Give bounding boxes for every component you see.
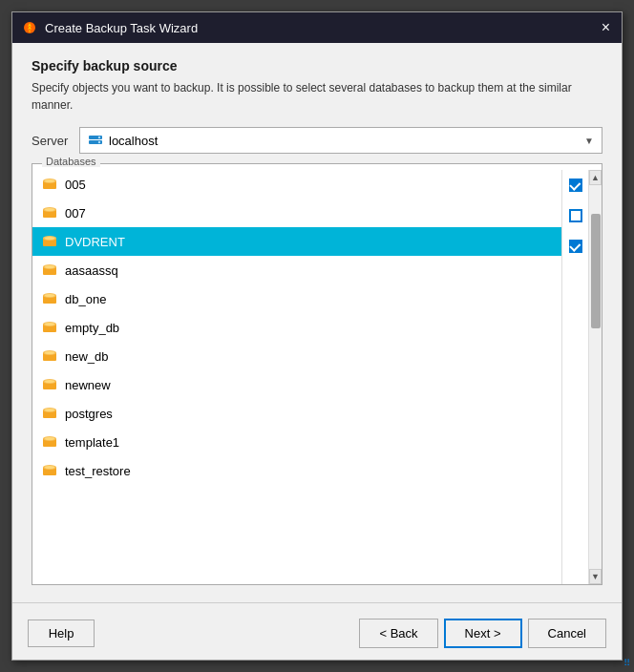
checkboxes-column [561, 170, 588, 584]
db-list: 005 007 [32, 170, 561, 584]
svg-point-17 [45, 237, 54, 240]
cancel-button[interactable]: Cancel [528, 619, 606, 648]
svg-point-6 [98, 136, 100, 138]
list-item[interactable]: test_restore [32, 456, 561, 485]
database-icon [42, 434, 57, 450]
footer-divider [12, 602, 622, 603]
db-item-name: new_db [65, 349, 109, 364]
dialog-title: Create Backup Task Wizard [45, 21, 198, 35]
server-select-inner: localhost [88, 133, 158, 148]
db-item-name: 007 [65, 206, 86, 220]
svg-point-38 [45, 437, 54, 440]
checkbox-005[interactable] [562, 170, 588, 200]
list-item[interactable]: DVDRENT [32, 227, 561, 256]
dropdown-arrow-icon: ▼ [584, 136, 594, 146]
database-icon [42, 262, 57, 278]
close-button[interactable]: × [600, 20, 612, 35]
db-list-container: 005 007 [32, 170, 602, 584]
svg-rect-11 [43, 180, 56, 182]
db-item-name: db_one [65, 292, 106, 306]
list-item[interactable]: 007 [32, 199, 561, 227]
next-button[interactable]: Next > [444, 619, 522, 648]
checkbox-box [569, 240, 582, 253]
scrollbar-thumb[interactable] [591, 214, 601, 328]
scrollbar-track: ▲ ▼ [588, 170, 602, 584]
svg-point-23 [45, 294, 54, 297]
server-label: Server [32, 134, 70, 148]
resize-dots-icon: ⠿ [623, 658, 630, 668]
scroll-up-button[interactable]: ▲ [589, 170, 602, 185]
svg-point-35 [45, 409, 54, 411]
svg-point-29 [45, 351, 54, 354]
help-button[interactable]: Help [28, 620, 95, 647]
db-item-name: DVDRENT [65, 235, 125, 249]
database-icon [42, 234, 57, 249]
svg-point-32 [45, 380, 54, 383]
db-item-name: newnew [65, 378, 111, 392]
list-item[interactable]: template1 [32, 428, 561, 456]
database-icon [42, 291, 57, 306]
server-row: Server localhost ▼ [32, 127, 602, 154]
list-item[interactable]: aasaassq [32, 256, 561, 284]
db-item-name: postgres [65, 407, 113, 421]
db-item-name: empty_db [65, 321, 119, 335]
back-button[interactable]: < Back [359, 619, 437, 648]
db-item-name: 005 [65, 178, 86, 192]
list-item[interactable]: newnew [32, 370, 561, 399]
svg-point-41 [45, 466, 54, 469]
checkbox-box [569, 209, 582, 222]
navigation-buttons: < Back Next > Cancel [359, 619, 606, 648]
checkbox-dvdrent[interactable] [562, 231, 588, 262]
database-icon [42, 406, 57, 421]
footer: Help < Back Next > Cancel [12, 611, 622, 660]
database-icon [42, 205, 57, 220]
scroll-down-button[interactable]: ▼ [589, 569, 602, 584]
server-select[interactable]: localhost ▼ [79, 127, 602, 154]
dialog-content: Specify backup source Specify objects yo… [12, 43, 622, 595]
create-backup-dialog: Create Backup Task Wizard × Specify back… [11, 11, 623, 661]
title-bar: Create Backup Task Wizard × [12, 12, 622, 43]
db-item-name: aasaassq [65, 263, 118, 278]
svg-point-14 [45, 208, 54, 211]
database-icon [42, 177, 57, 192]
app-icon [22, 20, 37, 35]
db-item-name: template1 [65, 435, 119, 450]
database-icon [42, 377, 57, 392]
databases-box: Databases 005 [32, 163, 602, 585]
list-item[interactable]: new_db [32, 342, 561, 370]
db-item-name: test_restore [65, 464, 131, 478]
databases-label: Databases [42, 156, 100, 167]
list-item[interactable]: 005 [32, 170, 561, 199]
list-item[interactable]: db_one [32, 284, 561, 313]
database-icon [42, 348, 57, 364]
database-icon [42, 320, 57, 335]
section-desc: Specify objects you want to backup. It i… [32, 79, 602, 114]
list-item[interactable]: postgres [32, 399, 561, 428]
database-icon [42, 463, 57, 478]
svg-point-20 [45, 265, 54, 268]
section-title: Specify backup source [32, 58, 602, 74]
scroll-area[interactable] [589, 185, 602, 569]
checkbox-box [569, 178, 582, 192]
title-bar-left: Create Backup Task Wizard [22, 20, 198, 35]
server-value: localhost [109, 134, 158, 148]
svg-point-26 [45, 323, 54, 326]
checkbox-007[interactable] [562, 200, 588, 231]
server-icon [88, 133, 103, 148]
list-item[interactable]: empty_db [32, 313, 561, 342]
svg-point-7 [98, 141, 100, 143]
